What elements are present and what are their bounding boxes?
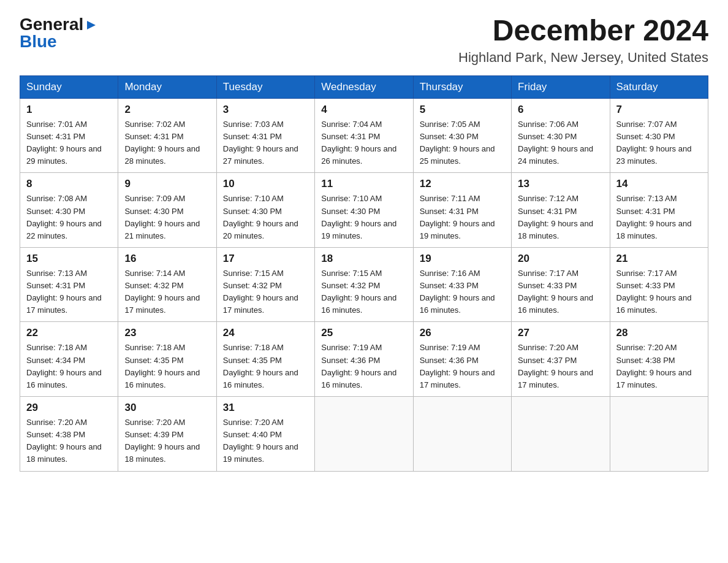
calendar-day-cell: 5Sunrise: 7:05 AMSunset: 4:30 PMDaylight… — [413, 98, 511, 173]
day-info: Sunrise: 7:17 AMSunset: 4:33 PMDaylight:… — [616, 267, 702, 317]
calendar-day-cell: 10Sunrise: 7:10 AMSunset: 4:30 PMDayligh… — [216, 173, 314, 248]
calendar-day-cell: 30Sunrise: 7:20 AMSunset: 4:39 PMDayligh… — [118, 397, 216, 472]
day-number: 11 — [321, 178, 406, 190]
day-info: Sunrise: 7:10 AMSunset: 4:30 PMDaylight:… — [321, 193, 406, 242]
calendar-day-cell: 22Sunrise: 7:18 AMSunset: 4:34 PMDayligh… — [20, 322, 118, 397]
day-number: 27 — [518, 327, 603, 339]
day-number: 15 — [26, 253, 112, 265]
page-header: General Blue December 2024 Highland Park… — [20, 15, 708, 66]
day-number: 21 — [616, 253, 702, 265]
logo-blue-text: Blue — [20, 32, 57, 52]
day-of-week-header: Sunday — [20, 75, 118, 98]
day-number: 10 — [223, 178, 308, 190]
calendar-week-row: 1Sunrise: 7:01 AMSunset: 4:31 PMDaylight… — [20, 98, 708, 173]
day-number: 1 — [26, 104, 112, 116]
day-info: Sunrise: 7:19 AMSunset: 4:36 PMDaylight:… — [321, 342, 406, 391]
day-info: Sunrise: 7:14 AMSunset: 4:32 PMDaylight:… — [124, 267, 210, 317]
calendar-week-row: 8Sunrise: 7:08 AMSunset: 4:30 PMDaylight… — [20, 173, 708, 248]
day-info: Sunrise: 7:04 AMSunset: 4:31 PMDaylight:… — [321, 118, 406, 168]
day-number: 16 — [124, 253, 210, 265]
day-info: Sunrise: 7:20 AMSunset: 4:39 PMDaylight:… — [124, 416, 210, 466]
calendar-day-cell: 12Sunrise: 7:11 AMSunset: 4:31 PMDayligh… — [413, 173, 511, 248]
day-of-week-header: Monday — [118, 75, 216, 98]
calendar-day-cell — [315, 397, 413, 472]
calendar-day-cell: 25Sunrise: 7:19 AMSunset: 4:36 PMDayligh… — [315, 322, 413, 397]
day-number: 29 — [26, 402, 112, 414]
day-number: 31 — [223, 402, 308, 414]
calendar-day-cell — [610, 397, 708, 472]
day-info: Sunrise: 7:20 AMSunset: 4:38 PMDaylight:… — [616, 342, 702, 391]
day-info: Sunrise: 7:15 AMSunset: 4:32 PMDaylight:… — [223, 267, 308, 317]
calendar-week-row: 29Sunrise: 7:20 AMSunset: 4:38 PMDayligh… — [20, 397, 708, 472]
calendar-day-cell: 13Sunrise: 7:12 AMSunset: 4:31 PMDayligh… — [512, 173, 610, 248]
day-number: 25 — [321, 327, 406, 339]
day-number: 8 — [26, 178, 112, 190]
calendar-day-cell: 18Sunrise: 7:15 AMSunset: 4:32 PMDayligh… — [315, 247, 413, 322]
day-info: Sunrise: 7:01 AMSunset: 4:31 PMDaylight:… — [26, 118, 112, 168]
day-number: 4 — [321, 104, 406, 116]
calendar-day-cell: 20Sunrise: 7:17 AMSunset: 4:33 PMDayligh… — [512, 247, 610, 322]
calendar-day-cell: 2Sunrise: 7:02 AMSunset: 4:31 PMDaylight… — [118, 98, 216, 173]
day-info: Sunrise: 7:18 AMSunset: 4:35 PMDaylight:… — [223, 342, 308, 391]
day-number: 23 — [124, 327, 210, 339]
calendar-day-cell: 31Sunrise: 7:20 AMSunset: 4:40 PMDayligh… — [216, 397, 314, 472]
calendar-day-cell: 24Sunrise: 7:18 AMSunset: 4:35 PMDayligh… — [216, 322, 314, 397]
calendar-day-cell: 19Sunrise: 7:16 AMSunset: 4:33 PMDayligh… — [413, 247, 511, 322]
day-info: Sunrise: 7:17 AMSunset: 4:33 PMDaylight:… — [518, 267, 603, 317]
day-info: Sunrise: 7:13 AMSunset: 4:31 PMDaylight:… — [616, 193, 702, 242]
calendar-day-cell: 3Sunrise: 7:03 AMSunset: 4:31 PMDaylight… — [216, 98, 314, 173]
logo: General Blue — [20, 15, 98, 52]
day-info: Sunrise: 7:19 AMSunset: 4:36 PMDaylight:… — [420, 342, 505, 391]
day-info: Sunrise: 7:02 AMSunset: 4:31 PMDaylight:… — [124, 118, 210, 168]
day-info: Sunrise: 7:08 AMSunset: 4:30 PMDaylight:… — [26, 193, 112, 242]
day-info: Sunrise: 7:18 AMSunset: 4:34 PMDaylight:… — [26, 342, 112, 391]
calendar-day-cell: 4Sunrise: 7:04 AMSunset: 4:31 PMDaylight… — [315, 98, 413, 173]
day-number: 3 — [223, 104, 308, 116]
calendar-header: SundayMondayTuesdayWednesdayThursdayFrid… — [20, 75, 708, 98]
day-number: 20 — [518, 253, 603, 265]
day-number: 13 — [518, 178, 603, 190]
day-info: Sunrise: 7:07 AMSunset: 4:30 PMDaylight:… — [616, 118, 702, 168]
calendar-day-cell: 16Sunrise: 7:14 AMSunset: 4:32 PMDayligh… — [118, 247, 216, 322]
calendar-day-cell: 15Sunrise: 7:13 AMSunset: 4:31 PMDayligh… — [20, 247, 118, 322]
calendar-day-cell: 17Sunrise: 7:15 AMSunset: 4:32 PMDayligh… — [216, 247, 314, 322]
day-of-week-header: Thursday — [413, 75, 511, 98]
calendar-day-cell: 29Sunrise: 7:20 AMSunset: 4:38 PMDayligh… — [20, 397, 118, 472]
day-number: 30 — [124, 402, 210, 414]
day-info: Sunrise: 7:09 AMSunset: 4:30 PMDaylight:… — [124, 193, 210, 242]
calendar-day-cell: 27Sunrise: 7:20 AMSunset: 4:37 PMDayligh… — [512, 322, 610, 397]
day-info: Sunrise: 7:11 AMSunset: 4:31 PMDaylight:… — [420, 193, 505, 242]
day-number: 24 — [223, 327, 308, 339]
calendar-day-cell: 14Sunrise: 7:13 AMSunset: 4:31 PMDayligh… — [610, 173, 708, 248]
day-info: Sunrise: 7:13 AMSunset: 4:31 PMDaylight:… — [26, 267, 112, 317]
day-number: 7 — [616, 104, 702, 116]
day-number: 12 — [420, 178, 505, 190]
calendar-day-cell: 6Sunrise: 7:06 AMSunset: 4:30 PMDaylight… — [512, 98, 610, 173]
day-number: 28 — [616, 327, 702, 339]
day-info: Sunrise: 7:10 AMSunset: 4:30 PMDaylight:… — [223, 193, 308, 242]
day-info: Sunrise: 7:05 AMSunset: 4:30 PMDaylight:… — [420, 118, 505, 168]
day-info: Sunrise: 7:16 AMSunset: 4:33 PMDaylight:… — [420, 267, 505, 317]
calendar-day-cell: 8Sunrise: 7:08 AMSunset: 4:30 PMDaylight… — [20, 173, 118, 248]
calendar-day-cell: 11Sunrise: 7:10 AMSunset: 4:30 PMDayligh… — [315, 173, 413, 248]
calendar-week-row: 15Sunrise: 7:13 AMSunset: 4:31 PMDayligh… — [20, 247, 708, 322]
day-info: Sunrise: 7:15 AMSunset: 4:32 PMDaylight:… — [321, 267, 406, 317]
day-number: 5 — [420, 104, 505, 116]
day-number: 2 — [124, 104, 210, 116]
day-info: Sunrise: 7:06 AMSunset: 4:30 PMDaylight:… — [518, 118, 603, 168]
calendar-week-row: 22Sunrise: 7:18 AMSunset: 4:34 PMDayligh… — [20, 322, 708, 397]
month-title: December 2024 — [458, 15, 708, 47]
day-number: 14 — [616, 178, 702, 190]
location-subtitle: Highland Park, New Jersey, United States — [458, 50, 708, 66]
day-of-week-header: Wednesday — [315, 75, 413, 98]
calendar-day-cell: 26Sunrise: 7:19 AMSunset: 4:36 PMDayligh… — [413, 322, 511, 397]
day-number: 19 — [420, 253, 505, 265]
day-number: 17 — [223, 253, 308, 265]
calendar-day-cell: 9Sunrise: 7:09 AMSunset: 4:30 PMDaylight… — [118, 173, 216, 248]
calendar-day-cell: 1Sunrise: 7:01 AMSunset: 4:31 PMDaylight… — [20, 98, 118, 173]
calendar-day-cell — [512, 397, 610, 472]
day-number: 22 — [26, 327, 112, 339]
calendar-day-cell: 28Sunrise: 7:20 AMSunset: 4:38 PMDayligh… — [610, 322, 708, 397]
calendar-table: SundayMondayTuesdayWednesdayThursdayFrid… — [20, 75, 708, 472]
day-number: 18 — [321, 253, 406, 265]
